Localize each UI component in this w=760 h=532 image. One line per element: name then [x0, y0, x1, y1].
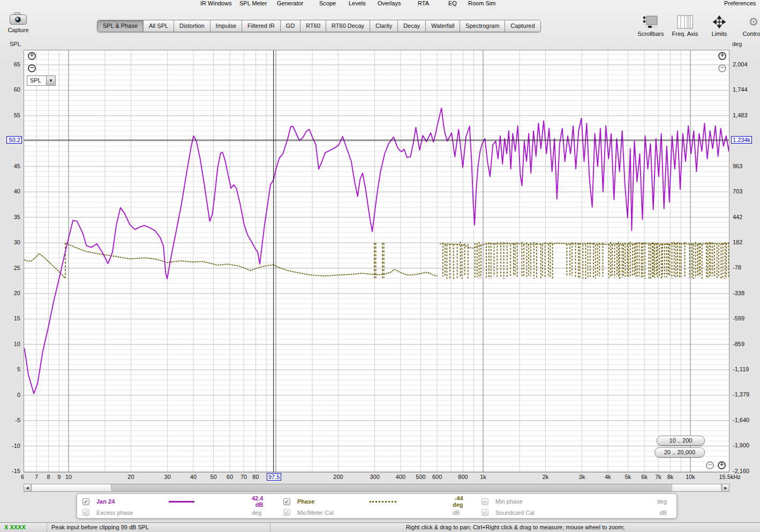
x-zoom-out-button[interactable]: − — [706, 461, 714, 469]
mouse-hint-text: Right click & drag to pan; Ctrl+Right cl… — [270, 523, 760, 532]
checkbox-checked[interactable]: ✓ — [283, 509, 290, 516]
x-tick-label: 20 — [115, 474, 147, 480]
cursor-deg-value-tag: 1.234k — [731, 136, 752, 144]
menu-item-spl-meter[interactable]: SPL Meter — [239, 0, 267, 6]
right-tick-label: 442 — [733, 214, 758, 220]
trace-legend: ✓Jan 2442.4 dB✓Phase-44 deg✓Min phasedeg… — [77, 493, 677, 519]
freq-range-20-20000-button[interactable]: 20 .. 20,000 — [654, 447, 705, 458]
right-tick-label: -338 — [733, 290, 758, 296]
tab-spectrogram[interactable]: Spectrogram — [460, 20, 505, 32]
scrollbar-thumb[interactable] — [112, 484, 671, 491]
tab-waterfall[interactable]: Waterfall — [426, 20, 460, 32]
phase-trace-segment — [440, 243, 729, 248]
freq-axis-scrollbar[interactable]: ◀ ▶ — [24, 484, 729, 492]
tab-rt60[interactable]: RT60 — [300, 20, 326, 32]
tab-impulse[interactable]: Impulse — [210, 20, 243, 32]
tab-all-spl[interactable]: All SPL — [144, 20, 174, 32]
tool-limits[interactable]: Limits — [702, 14, 736, 37]
menu-item-scope[interactable]: Scope — [319, 0, 336, 6]
menubar: IR WindowsSPL MeterGeneratorScopeLevelsO… — [0, 0, 760, 8]
menu-item-eq[interactable]: EQ — [448, 0, 457, 6]
x-tick-label: 2k — [529, 474, 561, 480]
tool-label-controls: Controls — [736, 31, 760, 37]
left-tick-label: 10 — [2, 341, 20, 347]
menu-item-generator[interactable]: Generator — [277, 0, 304, 6]
scrollbar-left-arrow[interactable]: ◀ — [24, 484, 31, 491]
graph-tabs: SPL & PhaseAll SPLDistortionImpulseFilte… — [97, 20, 541, 32]
tab-decay[interactable]: Decay — [398, 20, 426, 32]
legend-line-sample — [370, 501, 453, 503]
left-axis-title: SPL — [10, 41, 21, 47]
capture-button[interactable]: Capture — [3, 11, 33, 33]
spl-trace — [24, 108, 729, 394]
input-level-meter: X XXXX — [0, 523, 47, 532]
dotted-line-sample — [370, 501, 396, 503]
freq-range-10-200-button[interactable]: 10 .. 200 — [657, 436, 705, 446]
right-tick-label: -1,119 — [733, 366, 758, 372]
x-tick-label: 15.5kHz — [714, 474, 746, 480]
tool-controls[interactable]: ⚙Controls — [736, 14, 760, 37]
capture-label: Capture — [3, 27, 33, 33]
phase-trace-segment — [66, 243, 437, 276]
phase-trace-segment — [24, 253, 64, 278]
tab-filtered-ir[interactable]: Filtered IR — [242, 20, 281, 32]
left-tick-label: 35 — [2, 214, 20, 220]
right-tick-label: -78 — [733, 264, 758, 271]
limits-icon — [702, 14, 736, 30]
checkbox-checked[interactable]: ✓ — [481, 509, 488, 516]
chevron-down-icon[interactable]: ▼ — [46, 76, 55, 85]
controls-icon: ⚙ — [736, 14, 760, 30]
right-zoom-out-button[interactable]: − — [718, 64, 726, 72]
rew-window: IR WindowsSPL MeterGeneratorScopeLevelsO… — [0, 0, 760, 532]
spl-phase-graph[interactable]: + − + − SPL ▼ 10 .. 200 20 .. 20,000 − + — [24, 50, 729, 473]
y-zoom-in-button[interactable]: + — [28, 52, 36, 60]
checkbox-checked[interactable]: ✓ — [283, 498, 290, 505]
checkbox-checked[interactable]: ✓ — [481, 498, 488, 505]
right-zoom-in-button[interactable]: + — [718, 52, 726, 60]
checkbox-checked[interactable]: ✓ — [82, 498, 89, 505]
menu-item-levels[interactable]: Levels — [349, 0, 366, 6]
scrollbar-right-arrow[interactable]: ▶ — [722, 484, 729, 491]
tab-distortion[interactable]: Distortion — [174, 20, 210, 32]
tool-label-scrollbars: Scrollbars — [634, 31, 668, 37]
x-zoom-in-button[interactable]: + — [718, 461, 726, 469]
tab-captured[interactable]: Captured — [505, 20, 540, 32]
menu-item-preferences[interactable]: Preferences — [724, 0, 756, 6]
left-tick-label: 15 — [2, 315, 20, 321]
tab-gd[interactable]: GD — [281, 20, 301, 32]
menu-item-rta[interactable]: RTA — [418, 0, 429, 6]
y-zoom-out-button[interactable]: − — [28, 64, 36, 72]
legend-item-soundcard-cal: ✓Soundcard CaldB — [481, 509, 671, 516]
camera-icon — [9, 11, 27, 26]
tool-scrollbars[interactable]: Scrollbars — [634, 14, 668, 37]
left-tick-label: -10 — [2, 443, 20, 449]
menu-item-overlays[interactable]: Overlays — [378, 0, 401, 6]
status-bar: X XXXX Peak input before clipping 99 dB … — [0, 522, 760, 532]
menu-item-ir-windows[interactable]: IR Windows — [200, 0, 232, 6]
y-axis-selector[interactable]: SPL ▼ — [27, 76, 56, 86]
legend-item-jan-24: ✓Jan 2442.4 dB — [82, 495, 283, 508]
tab-rt60-decay[interactable]: RT60 Decay — [326, 20, 370, 32]
menu-item-room-sim[interactable]: Room Sim — [468, 0, 495, 6]
x-tick-label: 10 — [52, 474, 85, 480]
right-tick-label: 963 — [733, 163, 758, 169]
x-tick-label: 1k — [467, 474, 499, 480]
right-tick-label: -859 — [733, 341, 758, 347]
graph-canvas[interactable] — [24, 50, 729, 473]
legend-label: Phase — [297, 498, 370, 505]
tab-spl-phase[interactable]: SPL & Phase — [97, 20, 144, 32]
legend-label: Soundcard Cal — [495, 509, 607, 516]
legend-label: Mic/Meter Cal — [297, 509, 370, 516]
scrollbar-right-handle[interactable] — [672, 484, 721, 491]
cursor-freq-value-tag: 97.5 — [267, 473, 281, 481]
legend-item-mic-meter-cal: ✓Mic/Meter CaldB — [283, 509, 481, 516]
left-tick-label: 55 — [2, 112, 20, 118]
legend-item-phase: ✓Phase-44 deg — [283, 495, 481, 508]
scrollbar-left-handle[interactable] — [31, 484, 111, 491]
tab-clarity[interactable]: Clarity — [370, 20, 398, 32]
right-tick-label: 703 — [733, 188, 758, 194]
right-tick-label: 1,483 — [733, 112, 758, 118]
tool-freq-axis[interactable]: Freq. Axis — [668, 14, 702, 37]
x-tick-label: 200 — [322, 474, 354, 480]
checkbox-checked[interactable]: ✓ — [82, 509, 89, 516]
